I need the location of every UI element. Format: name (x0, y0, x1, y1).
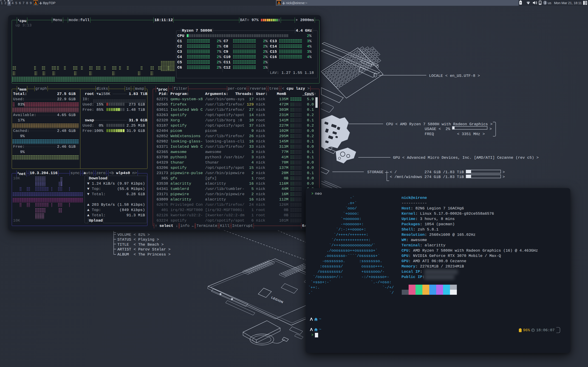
svg-text:LEGION: LEGION (271, 296, 284, 304)
